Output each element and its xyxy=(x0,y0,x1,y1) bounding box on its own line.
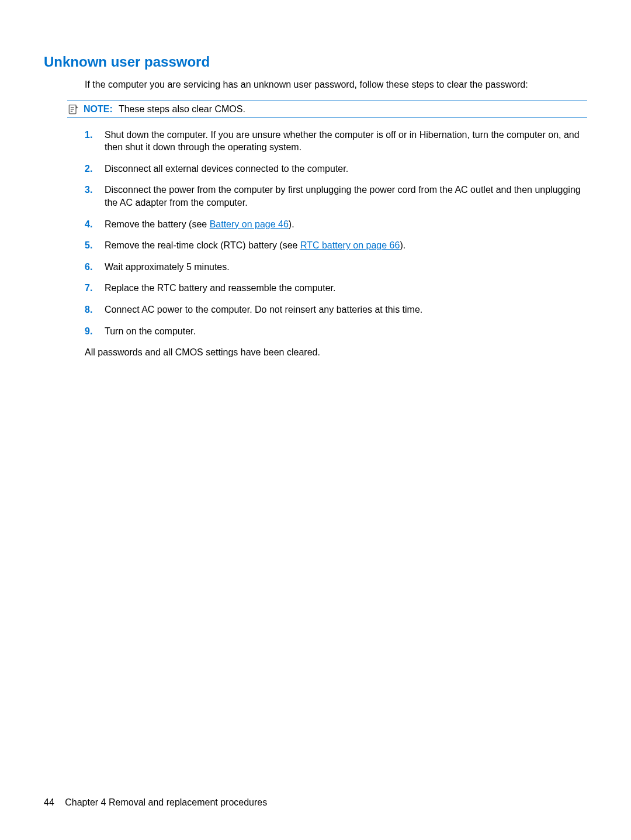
step-number: 4. xyxy=(85,218,105,231)
step-item: 3. Disconnect the power from the compute… xyxy=(85,184,587,209)
note-icon xyxy=(67,103,79,115)
section-heading: Unknown user password xyxy=(44,54,587,70)
step-prefix: Remove the real-time clock (RTC) battery… xyxy=(105,240,300,250)
step-number: 3. xyxy=(85,184,105,209)
page-number: 44 xyxy=(44,797,54,807)
note-content: NOTE: These steps also clear CMOS. xyxy=(84,104,245,115)
step-item: 7. Replace the RTC battery and reassembl… xyxy=(85,282,587,295)
document-page: Unknown user password If the computer yo… xyxy=(0,0,631,840)
step-suffix: ). xyxy=(289,219,294,229)
step-text: Disconnect all external devices connecte… xyxy=(105,163,587,175)
page-footer: 44 Chapter 4 Removal and replacement pro… xyxy=(44,797,267,808)
step-text: Replace the RTC battery and reassemble t… xyxy=(105,282,587,295)
step-item: 1. Shut down the computer. If you are un… xyxy=(85,129,587,154)
step-item: 2. Disconnect all external devices conne… xyxy=(85,163,587,175)
step-item: 9. Turn on the computer. xyxy=(85,325,587,338)
step-suffix: ). xyxy=(400,240,405,250)
step-item: 6. Wait approximately 5 minutes. xyxy=(85,261,587,274)
rtc-battery-link[interactable]: RTC battery on page 66 xyxy=(300,240,400,250)
intro-paragraph: If the computer you are servicing has an… xyxy=(85,78,587,91)
step-number: 8. xyxy=(85,303,105,316)
note-text: These steps also clear CMOS. xyxy=(119,104,245,114)
step-text: Connect AC power to the computer. Do not… xyxy=(105,303,587,316)
step-text: Remove the real-time clock (RTC) battery… xyxy=(105,239,587,252)
battery-link[interactable]: Battery on page 46 xyxy=(210,219,289,229)
chapter-title: Chapter 4 Removal and replacement proced… xyxy=(65,797,267,807)
step-number: 9. xyxy=(85,325,105,338)
step-text: Wait approximately 5 minutes. xyxy=(105,261,587,274)
step-number: 2. xyxy=(85,163,105,175)
step-number: 5. xyxy=(85,239,105,252)
step-number: 7. xyxy=(85,282,105,295)
step-number: 1. xyxy=(85,129,105,154)
closing-paragraph: All passwords and all CMOS settings have… xyxy=(85,346,587,359)
step-item: 5. Remove the real-time clock (RTC) batt… xyxy=(85,239,587,252)
note-label: NOTE: xyxy=(84,104,113,114)
step-text: Shut down the computer. If you are unsur… xyxy=(105,129,587,154)
step-text: Remove the battery (see Battery on page … xyxy=(105,218,587,231)
step-prefix: Remove the battery (see xyxy=(105,219,210,229)
note-box: NOTE: These steps also clear CMOS. xyxy=(67,101,587,118)
step-text: Turn on the computer. xyxy=(105,325,587,338)
steps-list: 1. Shut down the computer. If you are un… xyxy=(85,129,587,338)
step-text: Disconnect the power from the computer b… xyxy=(105,184,587,209)
step-number: 6. xyxy=(85,261,105,274)
step-item: 4. Remove the battery (see Battery on pa… xyxy=(85,218,587,231)
step-item: 8. Connect AC power to the computer. Do … xyxy=(85,303,587,316)
